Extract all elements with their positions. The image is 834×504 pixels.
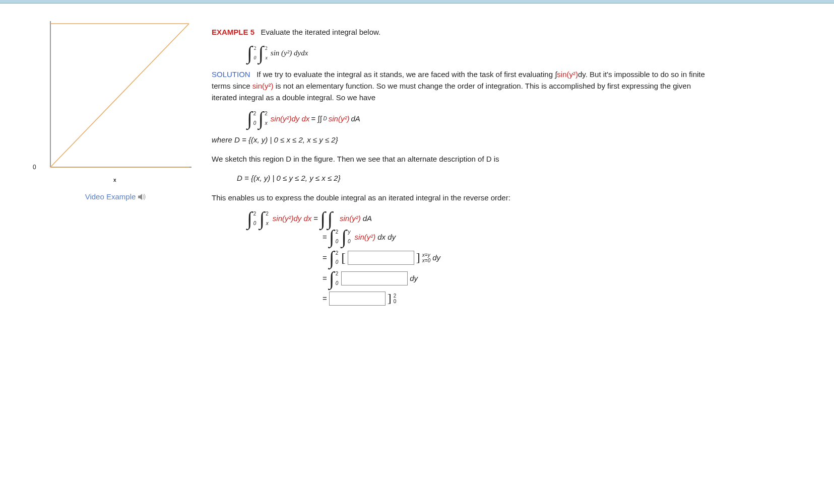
answer-input-1[interactable] <box>348 251 414 265</box>
example-label: EXAMPLE 5 <box>212 28 254 36</box>
chain-line-4: = ∫20 dy <box>323 271 716 286</box>
integrand-1: sin (y²) dydx <box>271 47 308 59</box>
solution-paragraph-1: SOLUTION If we try to evaluate the integ… <box>212 68 716 104</box>
where-D-text: where D = {(x, y) | 0 ≤ x ≤ 2, x ≤ y ≤ 2… <box>212 134 716 146</box>
video-example-link[interactable]: Video Example <box>85 192 147 201</box>
alt-D-text: D = {(x, y) | 0 ≤ y ≤ 2, y ≤ x ≤ 2} <box>237 172 716 184</box>
chain-line-2: = ∫20 ∫y0 sin(y²)dx dy <box>323 229 716 244</box>
main-column: EXAMPLE 5 Evaluate the iterated integral… <box>202 19 716 311</box>
solution-label: SOLUTION <box>212 70 250 79</box>
region-figure: 0 x <box>40 21 191 172</box>
chain-line-3: = ∫20 [ ] x=yx=0 dy <box>323 248 716 268</box>
answer-input-3[interactable] <box>329 292 386 306</box>
example-prompt: Evaluate the iterated integral below. <box>261 28 381 36</box>
left-column: 0 x Video Example <box>30 19 202 311</box>
speaker-icon <box>138 193 147 200</box>
chain-line-1: ∫20 ∫2x sin(y²)dy dx = ∫ ∫ sin(y²)dA <box>247 211 716 226</box>
page-content: 0 x Video Example EXAMPLE 5 Evaluate the… <box>0 4 834 331</box>
sketch-text: We sketch this region D in the figure. T… <box>212 153 716 165</box>
svg-line-3 <box>50 24 189 167</box>
chain-line-5: = ] 20 <box>323 289 716 308</box>
example-heading: EXAMPLE 5 Evaluate the iterated integral… <box>212 26 716 38</box>
top-border <box>0 0 834 4</box>
axis-x-label: x <box>113 177 116 183</box>
axis-origin-label: 0 <box>33 164 36 171</box>
answer-input-2[interactable] <box>341 271 408 285</box>
reverse-order-text: This enables us to express the double in… <box>212 192 716 203</box>
equation-chain: ∫20 ∫2x sin(y²)dy dx = ∫ ∫ sin(y²)dA = ∫… <box>247 211 716 308</box>
integral-display-2: ∫ 2 0 ∫ 2 x sin(y²)dy dx = ∫∫D sin(y²)dA <box>247 111 716 126</box>
video-example-label: Video Example <box>85 192 136 201</box>
integral-display-1: ∫ 2 0 ∫ 2 x sin (y²) dydx <box>247 45 716 60</box>
